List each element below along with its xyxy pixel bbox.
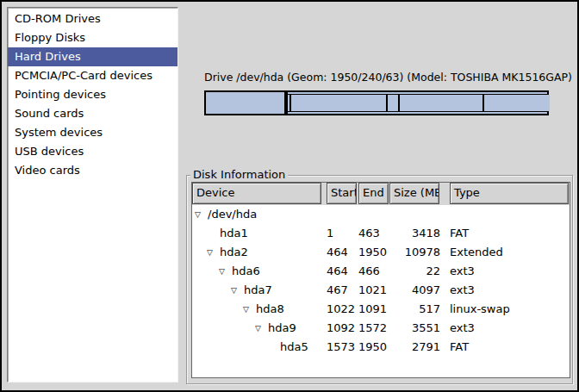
size-value: 517 bbox=[389, 300, 447, 319]
device-label: hda1 bbox=[220, 227, 248, 240]
type-value: FAT bbox=[447, 338, 570, 357]
device-label: hda6 bbox=[232, 264, 260, 277]
start-value bbox=[322, 205, 358, 224]
sidebar-item-system-devices[interactable]: System devices bbox=[8, 123, 177, 142]
header-col-end: End bbox=[358, 183, 389, 205]
type-value: ext3 bbox=[447, 281, 570, 300]
end-value: 1950 bbox=[358, 243, 389, 262]
end-value: 1091 bbox=[358, 300, 389, 319]
partition-segment-hda8 bbox=[388, 95, 400, 111]
sidebar-item-pcmcia-pc-card-devices[interactable]: PCMCIA/PC-Card devices bbox=[8, 66, 177, 85]
size-value: 4097 bbox=[389, 281, 447, 300]
expander-open-icon[interactable]: ▽ bbox=[243, 300, 256, 319]
end-value bbox=[358, 205, 389, 224]
expander-open-icon[interactable]: ▽ bbox=[231, 281, 244, 300]
partition-bar bbox=[204, 90, 549, 115]
partition-segment-hda7 bbox=[291, 95, 388, 111]
table-row-dev-hda[interactable]: ▽/dev/hda bbox=[192, 205, 570, 224]
table-row-hda7[interactable]: ▽hda746710214097ext3 bbox=[192, 281, 570, 300]
device-label: hda5 bbox=[280, 340, 308, 353]
sidebar-item-cd-rom-drives[interactable]: CD-ROM Drives bbox=[8, 9, 177, 28]
sidebar-item-video-cards[interactable]: Video cards bbox=[8, 161, 177, 180]
start-value: 1092 bbox=[322, 319, 358, 338]
device-label: hda8 bbox=[256, 302, 284, 315]
type-value: linux-swap bbox=[447, 300, 570, 319]
size-value: 2791 bbox=[389, 338, 447, 357]
device-label: hda9 bbox=[268, 321, 296, 334]
partition-segment-hda9 bbox=[400, 95, 483, 111]
start-value: 464 bbox=[322, 243, 358, 262]
start-value: 1573 bbox=[322, 338, 358, 357]
device-category-list: CD-ROM DrivesFloppy DisksHard DrivesPCMC… bbox=[7, 7, 178, 383]
device-cell: hda1 bbox=[192, 224, 322, 243]
table-row-hda6[interactable]: ▽hda646446622ext3 bbox=[192, 262, 570, 281]
type-value bbox=[447, 205, 570, 224]
disk-table-body: ▽/dev/hdahda114633418FAT▽hda246419501097… bbox=[192, 205, 570, 357]
column-header-type[interactable]: Type bbox=[450, 183, 569, 204]
device-label: /dev/hda bbox=[208, 208, 257, 221]
type-value: FAT bbox=[447, 224, 570, 243]
end-value: 1572 bbox=[358, 319, 389, 338]
device-label: hda7 bbox=[244, 283, 272, 296]
column-header-end[interactable]: End bbox=[358, 183, 389, 204]
disk-information-frame: Disk Information DeviceStartEndSize (MB)… bbox=[186, 175, 573, 384]
expander-open-icon[interactable]: ▽ bbox=[207, 243, 220, 262]
end-value: 1950 bbox=[358, 338, 389, 357]
size-value: 3551 bbox=[389, 319, 447, 338]
header-col-type: Type bbox=[447, 183, 570, 205]
type-value: Extended bbox=[447, 243, 570, 262]
device-cell: ▽/dev/hda bbox=[192, 205, 322, 224]
device-cell: ▽hda8 bbox=[192, 300, 322, 319]
sidebar-item-pointing-devices[interactable]: Pointing devices bbox=[8, 85, 177, 104]
expander-open-icon[interactable]: ▽ bbox=[255, 319, 268, 338]
disk-table-header: DeviceStartEndSize (MB)Type bbox=[192, 183, 570, 205]
header-col-size: Size (MB) bbox=[389, 183, 447, 205]
table-row-hda1[interactable]: hda114633418FAT bbox=[192, 224, 570, 243]
hardware-browser-window: CD-ROM DrivesFloppy DisksHard DrivesPCMC… bbox=[0, 0, 579, 392]
start-value: 467 bbox=[322, 281, 358, 300]
disk-table: DeviceStartEndSize (MB)Type ▽/dev/hdahda… bbox=[191, 182, 570, 378]
start-value: 1 bbox=[322, 224, 358, 243]
sidebar-item-sound-cards[interactable]: Sound cards bbox=[8, 104, 177, 123]
column-header-start[interactable]: Start bbox=[327, 183, 357, 204]
start-value: 464 bbox=[322, 262, 358, 281]
table-row-hda2[interactable]: ▽hda2464195010978Extended bbox=[192, 243, 570, 262]
device-cell: ▽hda9 bbox=[192, 319, 322, 338]
size-value bbox=[389, 205, 447, 224]
partition-segment-hda5 bbox=[484, 95, 551, 111]
drive-title: Drive /dev/hda (Geom: 1950/240/63) (Mode… bbox=[204, 71, 566, 84]
header-col-device: Device bbox=[192, 183, 322, 205]
header-col-start: Start bbox=[322, 183, 358, 205]
type-value: ext3 bbox=[447, 262, 570, 281]
column-header-size[interactable]: Size (MB) bbox=[389, 183, 439, 204]
disk-information-label: Disk Information bbox=[190, 168, 288, 181]
sidebar-item-floppy-disks[interactable]: Floppy Disks bbox=[8, 28, 177, 47]
end-value: 1021 bbox=[358, 281, 389, 300]
start-value: 1022 bbox=[322, 300, 358, 319]
sidebar-item-usb-devices[interactable]: USB devices bbox=[8, 142, 177, 161]
size-value: 22 bbox=[389, 262, 447, 281]
device-cell: ▽hda7 bbox=[192, 281, 322, 300]
table-row-hda9[interactable]: ▽hda9109215723551ext3 bbox=[192, 319, 570, 338]
partition-segment-hda1 bbox=[204, 90, 286, 115]
device-cell: hda5 bbox=[192, 338, 322, 357]
expander-open-icon[interactable]: ▽ bbox=[195, 205, 208, 224]
table-row-hda8[interactable]: ▽hda810221091517linux-swap bbox=[192, 300, 570, 319]
size-value: 3418 bbox=[389, 224, 447, 243]
device-cell: ▽hda2 bbox=[192, 243, 322, 262]
size-value: 10978 bbox=[389, 243, 447, 262]
sidebar-item-hard-drives[interactable]: Hard Drives bbox=[8, 47, 177, 66]
partition-segment-hda2 bbox=[286, 90, 549, 115]
end-value: 466 bbox=[358, 262, 389, 281]
expander-open-icon[interactable]: ▽ bbox=[219, 262, 232, 281]
device-cell: ▽hda6 bbox=[192, 262, 322, 281]
device-label: hda2 bbox=[220, 246, 248, 258]
table-row-hda5[interactable]: hda5157319502791FAT bbox=[192, 338, 570, 357]
end-value: 463 bbox=[358, 224, 389, 243]
logical-partitions-area bbox=[288, 94, 547, 112]
column-header-device[interactable]: Device bbox=[192, 183, 321, 204]
type-value: ext3 bbox=[447, 319, 570, 338]
